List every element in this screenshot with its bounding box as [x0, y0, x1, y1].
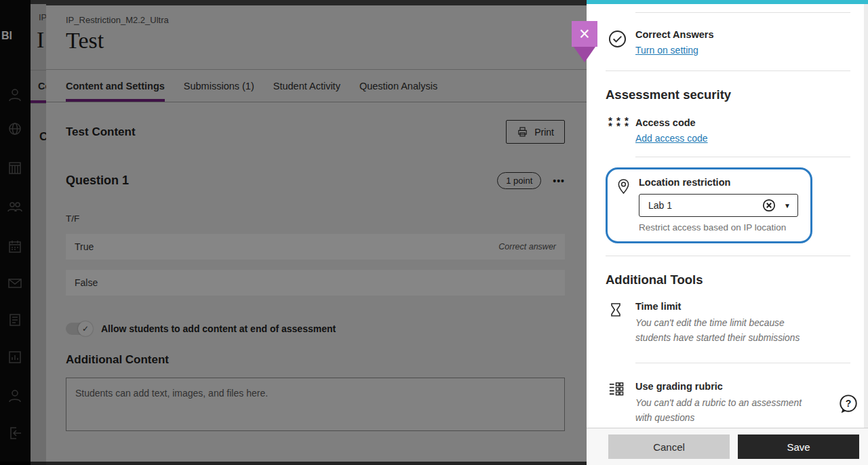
close-panel-button[interactable]: × — [572, 21, 597, 47]
grading-rubric-note: You can't add a rubric to an assessment … — [635, 396, 808, 426]
location-select-value: Lab 1 — [648, 200, 762, 211]
additional-tools-heading: Additional Tools — [606, 272, 868, 287]
turn-on-setting-link[interactable]: Turn on setting — [635, 45, 698, 56]
help-button[interactable]: ? — [838, 394, 859, 414]
access-code-icon: * * * * * * — [608, 117, 635, 144]
modal-dim-overlay — [0, 0, 587, 465]
close-button-tail — [574, 47, 595, 62]
chevron-down-icon[interactable]: ▼ — [784, 202, 791, 209]
section-divider — [606, 256, 850, 256]
location-helper-text: Restrict access based on IP location — [639, 222, 798, 232]
panel-scrollbar-track[interactable] — [864, 4, 868, 465]
grading-rubric-title: Use grading rubric — [635, 381, 808, 392]
close-icon: × — [579, 25, 590, 43]
location-pin-icon — [616, 177, 639, 232]
location-restriction-highlight: Location restriction Lab 1 ▼ Restrict ac… — [606, 167, 812, 243]
time-limit-title: Time limit — [635, 301, 808, 312]
assessment-security-heading: Assessment security — [606, 87, 868, 102]
hourglass-icon — [608, 301, 635, 346]
clear-selection-icon[interactable] — [762, 199, 776, 212]
check-circle-icon — [608, 29, 635, 56]
grading-rubric-icon — [608, 381, 635, 426]
time-limit-note: You can't edit the time limit because st… — [635, 316, 808, 346]
correct-answers-title: Correct Answers — [635, 29, 714, 40]
section-divider — [635, 12, 850, 13]
test-settings-panel: × Correct Answers Turn on setting Assess… — [587, 0, 868, 465]
location-restriction-title: Location restriction — [639, 177, 798, 188]
panel-footer: Cancel Save — [587, 428, 868, 465]
cancel-button[interactable]: Cancel — [608, 434, 730, 459]
screen: Bl IP I Co C IP_Re — [0, 0, 868, 465]
location-select[interactable]: Lab 1 ▼ — [639, 194, 798, 217]
window-bottom-edge — [0, 462, 587, 465]
section-divider — [635, 157, 850, 157]
add-access-code-link[interactable]: Add access code — [635, 133, 708, 144]
question-mark-glyph: ? — [846, 398, 852, 409]
section-divider — [635, 363, 850, 363]
access-code-title: Access code — [635, 117, 708, 128]
save-button[interactable]: Save — [738, 434, 859, 459]
section-divider — [606, 70, 850, 71]
